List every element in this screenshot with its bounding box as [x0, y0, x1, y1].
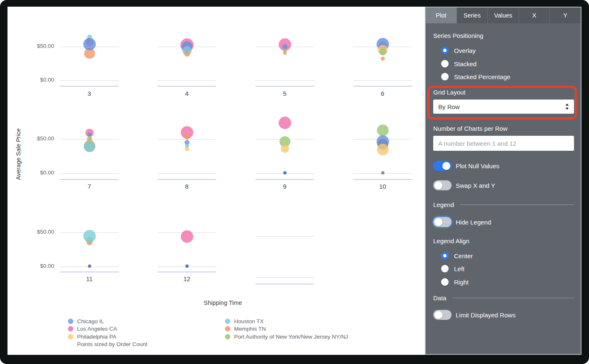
facet-x-axis-line [255, 86, 314, 87]
app-window: 3456789101112$50.00$0.00$50.00$0.00$50.0… [7, 7, 582, 355]
plot-null-values-toggle[interactable] [433, 161, 452, 171]
facet-x-axis-line [157, 179, 216, 180]
bubble [185, 264, 189, 268]
radio-selected-icon[interactable] [441, 252, 449, 259]
facet-gridline-0 [255, 277, 314, 278]
bubble [185, 147, 189, 151]
tab-values[interactable]: Values [487, 7, 519, 23]
facet-label: 7 [60, 183, 119, 190]
limit-displayed-rows-toggle-row: Limit Displayed Rows [433, 310, 515, 320]
bubble [381, 171, 384, 175]
legend-align-label: Legend Align [433, 237, 469, 244]
x-axis-title: Shipping Time [204, 299, 242, 306]
legend-entry[interactable]: Los Angeles CA [68, 325, 147, 333]
y-tick-label: $50.00 [24, 229, 54, 235]
radio-icon[interactable] [441, 278, 449, 286]
facet-x-axis-line [60, 86, 119, 87]
radio-stacked-percentage[interactable]: Stacked Percentage [441, 72, 510, 81]
legend-entry[interactable]: Houston TX [225, 317, 348, 325]
limit-displayed-rows-toggle[interactable] [433, 310, 452, 320]
hide-legend-toggle-row: Hide Legend [433, 217, 491, 227]
bubble [279, 117, 291, 129]
toggle-knob [434, 311, 442, 319]
facet-x-axis-line [255, 284, 314, 284]
legend-series-dot-icon [68, 319, 73, 324]
settings-panel: Plot Series Values X Y Series Positionin… [425, 7, 582, 355]
series-positioning-label: Series Positioning [433, 32, 483, 39]
legend-series-dot-icon [68, 326, 73, 332]
facet-x-axis-line [157, 272, 216, 272]
legend-section-header: Legend [433, 201, 574, 208]
tab-plot[interactable]: Plot [426, 7, 457, 23]
radio-selected-icon[interactable] [441, 47, 449, 54]
radio-icon[interactable] [441, 265, 449, 272]
legend-series-label: Memphis TN [234, 326, 266, 332]
facet-x-axis-line [255, 179, 314, 180]
facet-label: 10 [353, 183, 412, 190]
bubble [88, 264, 91, 268]
bubble [377, 125, 389, 136]
facet-gridline-0 [157, 80, 216, 81]
facet-gridline-0 [60, 173, 119, 174]
legend-series-dot-icon [225, 319, 230, 324]
facet-x-axis-line [60, 272, 119, 272]
radio-center[interactable]: Center [441, 252, 473, 260]
legend-entry[interactable]: Philadelphia PA [68, 333, 147, 341]
radio-right-label: Right [454, 279, 469, 286]
y-tick-label: $0.00 [24, 170, 54, 176]
y-tick-label: $0.00 [24, 77, 54, 83]
y-axis-title: Average Sale Price [15, 128, 22, 180]
facet-x-axis-line [157, 86, 216, 87]
swap-x-y-toggle[interactable] [433, 180, 452, 190]
radio-stacked-percentage-label: Stacked Percentage [454, 73, 510, 80]
facet-gridline-50 [255, 236, 314, 237]
data-section-header: Data [433, 294, 574, 302]
bubble [83, 38, 96, 50]
toggle-knob [442, 162, 450, 170]
radio-center-label: Center [454, 252, 473, 259]
hide-legend-toggle[interactable] [433, 217, 452, 227]
legend-series-dot-icon [68, 334, 73, 339]
bubble [381, 57, 385, 61]
radio-overlay[interactable]: Overlay [441, 46, 476, 55]
screenshot-frame: 3456789101112$50.00$0.00$50.00$0.00$50.0… [0, 0, 589, 364]
radio-icon[interactable] [441, 73, 449, 80]
facet-label: 12 [157, 275, 216, 282]
radio-stacked[interactable]: Stacked [441, 60, 477, 68]
bubble [379, 49, 386, 55]
y-tick-label: $50.00 [24, 43, 54, 49]
hide-legend-label: Hide Legend [456, 219, 491, 226]
grid-layout-select[interactable]: By Row [433, 100, 574, 114]
facet-gridline-0 [60, 80, 119, 81]
facet-label: 8 [157, 183, 216, 190]
facet-gridline-0 [157, 173, 216, 174]
radio-icon[interactable] [441, 60, 449, 67]
plot-null-values-toggle-row: Plot Null Values [433, 161, 499, 171]
radio-right[interactable]: Right [441, 278, 469, 286]
grid-layout-value: By Row [438, 103, 460, 110]
facet-label: 6 [353, 90, 412, 97]
section-divider [460, 204, 574, 205]
legend-entry[interactable]: Chicago IL [68, 317, 147, 325]
chart-legend-column: Chicago ILLos Angeles CAPhiladelphia PAP… [68, 317, 147, 348]
legend-entry[interactable]: Memphis TN [225, 325, 348, 333]
charts-per-row-input[interactable] [433, 136, 574, 151]
facet-label: 3 [60, 90, 119, 97]
facet-label: 9 [255, 183, 314, 190]
tab-series[interactable]: Series [457, 7, 488, 23]
facet-label: 4 [157, 90, 216, 97]
swap-x-y-toggle-row: Swap X and Y [433, 180, 495, 190]
updown-arrows-icon [565, 103, 569, 110]
bubble [184, 134, 190, 140]
swap-x-y-label: Swap X and Y [456, 182, 495, 189]
legend-entry[interactable]: Port Authority of New York/New Jersey NY… [225, 333, 348, 341]
facet-x-axis-line [353, 179, 412, 180]
legend-section-label: Legend [433, 201, 454, 208]
tab-x[interactable]: X [519, 7, 550, 23]
bubble [281, 145, 289, 153]
legend-size-note: Points sized by Order Count [77, 341, 147, 349]
section-divider [452, 298, 574, 298]
tab-y[interactable]: Y [549, 7, 581, 23]
limit-displayed-rows-label: Limit Displayed Rows [456, 312, 515, 319]
radio-left[interactable]: Left [441, 264, 464, 273]
